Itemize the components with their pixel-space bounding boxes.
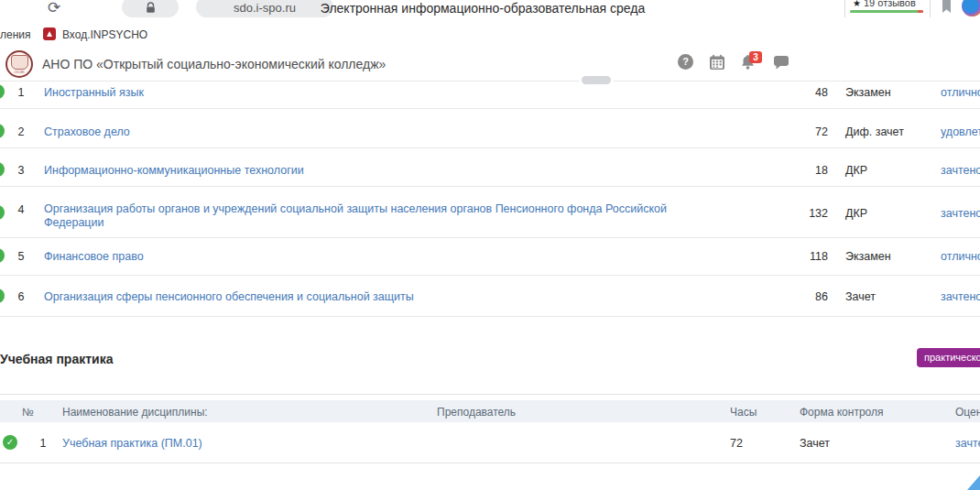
discipline-link[interactable]: Организация сферы пенсионного обеспечени…	[44, 290, 667, 304]
grade-link[interactable]: зачтено	[955, 437, 980, 450]
notification-count-badge: 3	[749, 51, 762, 63]
inpsycho-favicon	[43, 27, 56, 40]
control-form: Экзамен	[845, 86, 891, 100]
control-form: ДКР	[845, 207, 867, 221]
rating-bar-red-tip	[918, 10, 923, 13]
status-check-icon: ✓	[0, 248, 5, 263]
hours-value: 72	[780, 125, 828, 139]
control-form: Экзамен	[845, 250, 891, 264]
divider	[0, 275, 980, 276]
divider	[0, 316, 980, 317]
grade-link[interactable]: зачтено	[941, 290, 980, 304]
calendar-icon[interactable]	[709, 54, 725, 71]
control-form: ДКР	[845, 164, 867, 178]
floating-widget-corner[interactable]	[967, 475, 980, 490]
status-check-icon: ✓	[3, 435, 17, 450]
star-icon: ★	[853, 0, 861, 8]
college-logo[interactable]: ОСЭК	[5, 50, 33, 78]
grade-link[interactable]: отлично	[941, 250, 980, 264]
col-header-grade: Оценка	[955, 406, 980, 419]
reviews-count-label: 19 отзывов	[864, 0, 916, 8]
hours-value: 18	[780, 164, 828, 178]
grade-link[interactable]: зачтено	[941, 207, 980, 221]
rating-bar	[850, 10, 923, 13]
discipline-link[interactable]: Организация работы органов и учреждений …	[44, 202, 667, 230]
section-title: Учебная практика	[0, 352, 113, 366]
scrollbar-thumb[interactable]	[582, 76, 611, 84]
control-form: Зачет	[800, 437, 830, 450]
hours-value: 132	[780, 207, 828, 221]
practice-discipline-link[interactable]: Учебная практика (ПМ.01)	[62, 437, 202, 450]
bookmark-icon[interactable]	[939, 0, 953, 15]
status-check-icon: ✓	[0, 289, 5, 303]
divider	[0, 186, 980, 187]
grade-link[interactable]: отлично	[941, 86, 980, 100]
row-number: 5	[13, 250, 29, 264]
divider	[0, 108, 980, 109]
discipline-link[interactable]: Страховое дело	[44, 125, 667, 139]
col-header-teacher: Преподаватель	[437, 406, 516, 419]
browser-tab-title: Электронная информационно-образовательна…	[0, 1, 965, 16]
practice-type-badge: практическое	[917, 348, 980, 367]
hours-value: 72	[730, 437, 743, 450]
site-header: ОСЭК АНО ПО «Открытый социально-экономич…	[0, 46, 980, 81]
col-header-num: №	[22, 406, 34, 419]
bookmarks-bar: ления Вход.INPSYCHO	[0, 25, 980, 47]
hours-value: 118	[780, 250, 828, 264]
row-number: 3	[13, 164, 29, 178]
discipline-link[interactable]: Финансовое право	[44, 250, 667, 264]
messages-chat-icon[interactable]	[773, 55, 789, 71]
divider	[0, 463, 980, 463]
grade-link[interactable]: удовлетворительно	[941, 125, 980, 139]
reviews-button[interactable]: ★19 отзывов	[844, 0, 931, 17]
hours-value: 86	[780, 290, 828, 304]
divider	[0, 394, 980, 395]
college-name: АНО ПО «Открытый социально-экономический…	[42, 57, 386, 71]
status-check-icon: ✓	[0, 205, 5, 220]
divider	[0, 237, 980, 238]
control-form: Диф. зачет	[845, 125, 904, 139]
col-header-hours: Часы	[730, 406, 757, 419]
status-check-icon: ✓	[0, 84, 5, 99]
control-form: Зачет	[845, 290, 876, 304]
grade-link[interactable]: зачтено	[941, 164, 980, 178]
bookmark-item-inpsycho[interactable]: Вход.INPSYCHO	[62, 28, 147, 41]
status-check-icon: ✓	[0, 162, 5, 177]
divider	[0, 147, 980, 148]
row-number: 2	[13, 125, 29, 139]
browser-chrome: ⟳ sdo.i-spo.ru Электронная информационно…	[0, 0, 980, 25]
discipline-link[interactable]: Информационно-коммуникационные технологи…	[44, 164, 667, 178]
row-number: 4	[13, 203, 29, 217]
hours-value: 48	[780, 86, 828, 100]
help-icon[interactable]: ?	[678, 54, 693, 70]
row-number: 1	[37, 437, 49, 450]
divider	[0, 81, 980, 82]
col-header-control: Форма контроля	[800, 406, 884, 419]
discipline-link[interactable]: Иностранный язык	[44, 86, 667, 100]
status-check-icon: ✓	[0, 124, 5, 138]
row-number: 6	[13, 290, 29, 304]
row-number: 1	[13, 86, 29, 100]
col-header-name: Наименование дисциплины:	[62, 406, 208, 419]
bookmark-item-clipped[interactable]: ления	[0, 28, 31, 41]
